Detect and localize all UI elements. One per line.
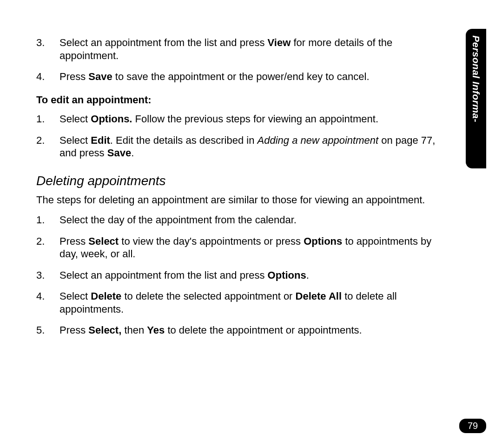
page-number-badge: 79 (459, 419, 486, 433)
section-title-deleting: Deleting appointments (36, 173, 445, 189)
continuation-list: 3.Select an appointment from the list an… (36, 36, 445, 92)
list-item: 2.Press Select to view the day's appoint… (36, 235, 445, 269)
list-item-number: 1. (36, 214, 59, 227)
section-intro: The steps for deleting an appointment ar… (36, 194, 445, 207)
section-tab: Personal Informa- (466, 29, 486, 168)
list-item-text: Select the day of the appointment from t… (59, 214, 445, 227)
list-item-text: Press Save to save the appointment or th… (59, 70, 445, 83)
page-content: 3.Select an appointment from the list an… (36, 36, 445, 345)
list-item-number: 2. (36, 134, 59, 160)
delete-list: 1.Select the day of the appointment from… (36, 214, 445, 345)
list-item: 4.Press Save to save the appointment or … (36, 70, 445, 92)
list-item: 3.Select an appointment from the list an… (36, 269, 445, 290)
list-item-text: Select Options. Follow the previous step… (59, 113, 445, 126)
list-item-text: Select an appointment from the list and … (59, 36, 445, 62)
list-item-number: 2. (36, 235, 59, 261)
list-item-text: Select an appointment from the list and … (59, 269, 445, 282)
list-item: 5.Press Select, then Yes to delete the a… (36, 324, 445, 345)
manual-page: Personal Informa- 3.Select an appointmen… (0, 0, 502, 448)
list-item: 2.Select Edit. Edit the details as descr… (36, 134, 445, 168)
edit-heading: To edit an appointment: (36, 94, 445, 107)
list-item-text: Press Select, then Yes to delete the app… (59, 324, 445, 337)
edit-list: 1.Select Options. Follow the previous st… (36, 113, 445, 168)
list-item: 1.Select Options. Follow the previous st… (36, 113, 445, 134)
list-item-number: 3. (36, 36, 59, 62)
list-item-number: 5. (36, 324, 59, 337)
list-item-number: 4. (36, 290, 59, 315)
list-item: 3.Select an appointment from the list an… (36, 36, 445, 70)
list-item-number: 1. (36, 113, 59, 126)
list-item: 1.Select the day of the appointment from… (36, 214, 445, 235)
list-item-text: Select Edit. Edit the details as describ… (59, 134, 445, 160)
list-item-text: Select Delete to delete the selected app… (59, 290, 445, 315)
list-item: 4.Select Delete to delete the selected a… (36, 290, 445, 324)
list-item-text: Press Select to view the day's appointme… (59, 235, 445, 261)
list-item-number: 3. (36, 269, 59, 282)
list-item-number: 4. (36, 70, 59, 83)
